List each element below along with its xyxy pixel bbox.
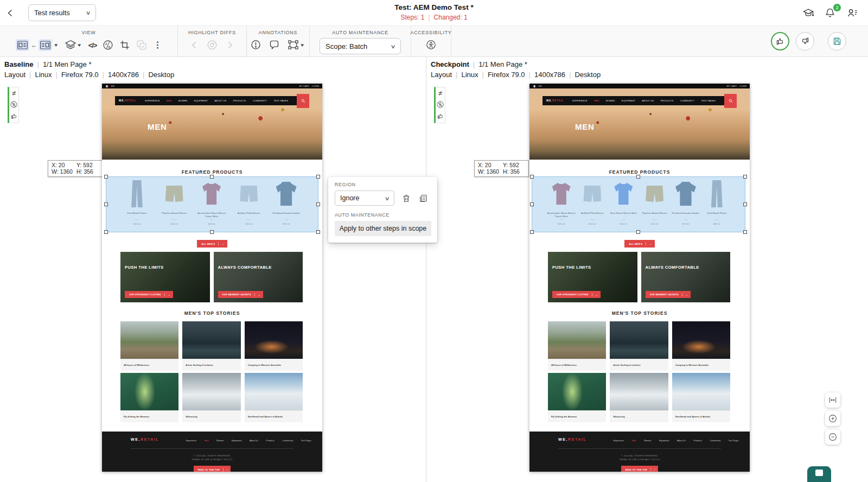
region-handle-n[interactable] <box>210 175 214 179</box>
story-title: Fly-fishing the Amazon <box>548 410 606 422</box>
region-handle-s[interactable] <box>210 230 214 234</box>
checkpoint-meta-item: Firefox 79.0 <box>478 71 525 79</box>
region-handle-ne[interactable] <box>743 175 747 179</box>
zoom-in-button[interactable] <box>825 411 840 426</box>
top-stories-heading: MEN'S TOP STORIES <box>529 310 750 316</box>
scope-dropdown[interactable]: Scope: Batch ∨ <box>320 38 401 54</box>
fit-width-button[interactable] <box>825 392 840 408</box>
notifications-button[interactable]: 2 <box>824 7 837 20</box>
test-results-dropdown[interactable]: Test results ∨ <box>28 4 96 21</box>
zoom-in-icon <box>828 414 838 423</box>
refresh-diffs-button <box>206 39 218 51</box>
checkpoint-screenshot[interactable]: EN MY CARTLOGIN WE.RETAIL EXPERIENCEMENW… <box>529 84 750 472</box>
story-image <box>548 373 606 410</box>
learning-button[interactable] <box>802 7 815 20</box>
baseline-meta-item: Firefox 79.0 <box>52 71 99 79</box>
footer-brand: WE.RETAIL <box>131 437 159 441</box>
region-type-dropdown[interactable]: Ignore ∨ <box>335 191 394 206</box>
ignore-region[interactable] <box>106 176 318 232</box>
region-handle-se[interactable] <box>316 230 320 234</box>
accept-step-button[interactable] <box>771 32 789 50</box>
issue-annotation-button[interactable] <box>250 39 261 50</box>
search-icon <box>301 99 305 103</box>
back-to-top-label: RIDE TO THE TOP <box>626 468 648 471</box>
save-button[interactable] <box>828 32 846 50</box>
footer-nav-item: Equipment <box>232 439 242 442</box>
region-handle-sw[interactable] <box>530 230 534 234</box>
region-handle-ne[interactable] <box>316 175 320 179</box>
dom-diff-button[interactable]: </> <box>88 41 97 49</box>
all-mens-button: ALL MEN'S→ <box>197 240 227 248</box>
banner-button: OUR WARMEST JACKETS→ <box>218 291 264 298</box>
checkpoint-title-line: Checkpoint1/1 Men Page * <box>431 61 601 68</box>
view-mode-caret-icon[interactable]: ▾ <box>54 42 58 48</box>
test-results-dropdown-value: Test results <box>34 9 70 17</box>
region-handle-se[interactable] <box>743 230 747 234</box>
region-handle-sw[interactable] <box>104 230 108 234</box>
crop-button[interactable] <box>119 40 130 50</box>
region-handle-e[interactable] <box>316 202 320 206</box>
region-handle-w[interactable] <box>104 202 108 206</box>
checkpoint-view-toggle[interactable] <box>39 39 52 51</box>
ignore-region[interactable] <box>532 176 745 232</box>
thumbs-up-icon[interactable] <box>10 112 18 120</box>
duplicate-region-button[interactable] <box>418 193 428 204</box>
comment-annotation-button[interactable] <box>269 39 280 50</box>
layers-caret-icon: ▾ <box>78 42 81 48</box>
arrow-right-icon: → <box>218 242 227 245</box>
site-locale: EN <box>111 85 114 87</box>
story-image <box>120 321 178 359</box>
delete-region-button[interactable] <box>401 193 411 204</box>
region-type-value: Ignore <box>340 194 359 202</box>
arrow-right-icon: → <box>254 293 263 296</box>
flag-icon <box>533 85 536 87</box>
footer-brand: WE.RETAIL <box>558 437 586 441</box>
banner-button-label: OUR WARMEST JACKETS <box>222 294 251 296</box>
site-footer: WE.RETAIL ExperienceMenWomenEquipmentAbo… <box>529 432 750 472</box>
baseline-screenshot[interactable]: EN MY CARTLOGIN WE.RETAIL EXPERIENCEMENW… <box>102 84 322 472</box>
banner-button-label: OUR STRONGEST CLOTHES <box>557 294 589 296</box>
region-handle-nw[interactable] <box>104 175 108 179</box>
back-to-top-button: RIDE TO THE TOP↑ <box>621 466 658 472</box>
coord-x: X: 20 <box>478 162 503 168</box>
region-handle-n[interactable] <box>636 175 640 179</box>
split-view-left-icon <box>17 40 28 50</box>
back-button[interactable] <box>4 7 16 19</box>
story-image <box>610 321 668 359</box>
region-handle-e[interactable] <box>743 202 747 206</box>
site-nav: WE.RETAIL EXPERIENCEMENWOMENEQUIPMENTABO… <box>542 96 735 105</box>
chat-widget-button[interactable] <box>807 466 831 482</box>
baseline-label: Baseline <box>4 60 33 68</box>
apply-to-steps-button[interactable]: Apply to other steps in scope <box>335 221 431 236</box>
zoom-out-button[interactable] <box>825 429 840 445</box>
banner-title: PUSH THE LIMITS <box>125 265 163 270</box>
chat-widget-icon <box>815 470 823 476</box>
promo-banner: ALWAYS COMFORTABLE OUR WARMEST JACKETS→ <box>214 252 303 302</box>
story-image <box>245 373 303 410</box>
region-handle-s[interactable] <box>636 230 640 234</box>
reject-step-button[interactable] <box>796 32 814 50</box>
chevron-down-icon: ∨ <box>390 43 395 49</box>
footer-nav: ExperienceMenWomenEquipmentAbout UsProdu… <box>614 439 739 442</box>
copyright-line: © 2020 ALL RIGHTS RESERVED <box>529 454 750 458</box>
all-mens-label: ALL MEN'S <box>201 243 215 245</box>
region-annotation-button[interactable]: ▾ <box>287 39 306 50</box>
story-image <box>672 373 730 410</box>
accessibility-button[interactable] <box>425 39 437 50</box>
site-nav-item: EQUIPMENT <box>194 100 208 102</box>
story-image <box>182 373 240 410</box>
region-handle-nw[interactable] <box>530 175 534 179</box>
ab-compare-button[interactable]: AB <box>102 39 114 51</box>
baseline-view-toggle[interactable] <box>16 39 29 51</box>
story-image <box>120 373 178 410</box>
featured-products-heading: FEATURED PRODUCTS <box>102 169 322 175</box>
region-handle-w[interactable] <box>530 202 534 206</box>
site-nav-item: COMMUNITY <box>253 100 267 102</box>
checkpoint-step-info: 1/1 Men Page * <box>469 60 527 68</box>
account-button[interactable] <box>846 7 859 20</box>
checkpoint-label: Checkpoint <box>431 60 469 68</box>
thumbs-up-icon[interactable] <box>437 112 444 120</box>
more-options-button[interactable]: ⋮ <box>153 41 162 49</box>
layers-button[interactable]: ▾ <box>65 40 83 50</box>
footer-nav: ExperienceMenWomenEquipmentAbout UsProdu… <box>186 439 311 442</box>
